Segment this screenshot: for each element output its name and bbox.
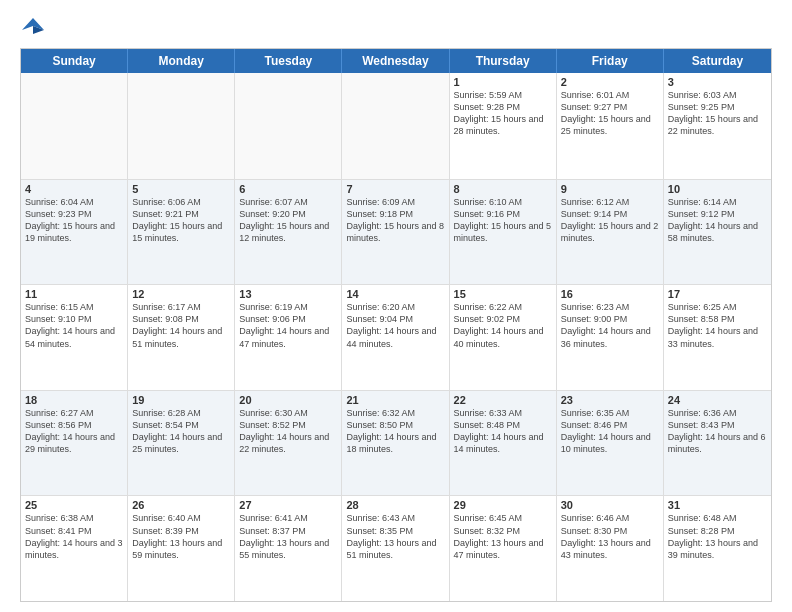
week-row: 4Sunrise: 6:04 AM Sunset: 9:23 PM Daylig… xyxy=(21,179,771,285)
day-info: Sunrise: 6:09 AM Sunset: 9:18 PM Dayligh… xyxy=(346,196,444,245)
day-cell: 2Sunrise: 6:01 AM Sunset: 9:27 PM Daylig… xyxy=(557,73,664,179)
day-info: Sunrise: 6:01 AM Sunset: 9:27 PM Dayligh… xyxy=(561,89,659,138)
day-info: Sunrise: 6:07 AM Sunset: 9:20 PM Dayligh… xyxy=(239,196,337,245)
day-cell: 4Sunrise: 6:04 AM Sunset: 9:23 PM Daylig… xyxy=(21,180,128,285)
day-info: Sunrise: 6:04 AM Sunset: 9:23 PM Dayligh… xyxy=(25,196,123,245)
day-info: Sunrise: 6:43 AM Sunset: 8:35 PM Dayligh… xyxy=(346,512,444,561)
day-cell xyxy=(21,73,128,179)
day-info: Sunrise: 6:46 AM Sunset: 8:30 PM Dayligh… xyxy=(561,512,659,561)
day-number: 13 xyxy=(239,288,337,300)
day-cell: 10Sunrise: 6:14 AM Sunset: 9:12 PM Dayli… xyxy=(664,180,771,285)
day-number: 10 xyxy=(668,183,767,195)
day-info: Sunrise: 6:48 AM Sunset: 8:28 PM Dayligh… xyxy=(668,512,767,561)
day-cell: 21Sunrise: 6:32 AM Sunset: 8:50 PM Dayli… xyxy=(342,391,449,496)
day-cell: 23Sunrise: 6:35 AM Sunset: 8:46 PM Dayli… xyxy=(557,391,664,496)
day-number: 11 xyxy=(25,288,123,300)
day-info: Sunrise: 6:40 AM Sunset: 8:39 PM Dayligh… xyxy=(132,512,230,561)
day-number: 18 xyxy=(25,394,123,406)
day-cell: 24Sunrise: 6:36 AM Sunset: 8:43 PM Dayli… xyxy=(664,391,771,496)
day-cell xyxy=(128,73,235,179)
day-cell: 17Sunrise: 6:25 AM Sunset: 8:58 PM Dayli… xyxy=(664,285,771,390)
calendar: SundayMondayTuesdayWednesdayThursdayFrid… xyxy=(20,48,772,602)
day-number: 12 xyxy=(132,288,230,300)
day-number: 14 xyxy=(346,288,444,300)
day-cell: 19Sunrise: 6:28 AM Sunset: 8:54 PM Dayli… xyxy=(128,391,235,496)
day-number: 3 xyxy=(668,76,767,88)
week-row: 18Sunrise: 6:27 AM Sunset: 8:56 PM Dayli… xyxy=(21,390,771,496)
day-number: 2 xyxy=(561,76,659,88)
calendar-grid: 1Sunrise: 5:59 AM Sunset: 9:28 PM Daylig… xyxy=(21,73,771,601)
header xyxy=(20,16,772,38)
day-number: 16 xyxy=(561,288,659,300)
day-number: 17 xyxy=(668,288,767,300)
day-info: Sunrise: 6:06 AM Sunset: 9:21 PM Dayligh… xyxy=(132,196,230,245)
day-info: Sunrise: 6:19 AM Sunset: 9:06 PM Dayligh… xyxy=(239,301,337,350)
day-info: Sunrise: 6:33 AM Sunset: 8:48 PM Dayligh… xyxy=(454,407,552,456)
day-number: 22 xyxy=(454,394,552,406)
day-number: 20 xyxy=(239,394,337,406)
day-cell: 22Sunrise: 6:33 AM Sunset: 8:48 PM Dayli… xyxy=(450,391,557,496)
day-headers: SundayMondayTuesdayWednesdayThursdayFrid… xyxy=(21,49,771,73)
day-number: 7 xyxy=(346,183,444,195)
day-info: Sunrise: 6:35 AM Sunset: 8:46 PM Dayligh… xyxy=(561,407,659,456)
day-number: 29 xyxy=(454,499,552,511)
logo-bird-icon xyxy=(22,16,44,38)
page: SundayMondayTuesdayWednesdayThursdayFrid… xyxy=(0,0,792,612)
day-cell: 16Sunrise: 6:23 AM Sunset: 9:00 PM Dayli… xyxy=(557,285,664,390)
day-header-friday: Friday xyxy=(557,49,664,73)
day-cell: 29Sunrise: 6:45 AM Sunset: 8:32 PM Dayli… xyxy=(450,496,557,601)
day-cell: 15Sunrise: 6:22 AM Sunset: 9:02 PM Dayli… xyxy=(450,285,557,390)
day-header-monday: Monday xyxy=(128,49,235,73)
day-cell: 5Sunrise: 6:06 AM Sunset: 9:21 PM Daylig… xyxy=(128,180,235,285)
day-cell: 9Sunrise: 6:12 AM Sunset: 9:14 PM Daylig… xyxy=(557,180,664,285)
day-info: Sunrise: 5:59 AM Sunset: 9:28 PM Dayligh… xyxy=(454,89,552,138)
day-info: Sunrise: 6:12 AM Sunset: 9:14 PM Dayligh… xyxy=(561,196,659,245)
day-cell: 13Sunrise: 6:19 AM Sunset: 9:06 PM Dayli… xyxy=(235,285,342,390)
day-number: 5 xyxy=(132,183,230,195)
day-number: 26 xyxy=(132,499,230,511)
day-cell xyxy=(235,73,342,179)
day-number: 31 xyxy=(668,499,767,511)
day-info: Sunrise: 6:38 AM Sunset: 8:41 PM Dayligh… xyxy=(25,512,123,561)
day-info: Sunrise: 6:41 AM Sunset: 8:37 PM Dayligh… xyxy=(239,512,337,561)
day-number: 28 xyxy=(346,499,444,511)
day-info: Sunrise: 6:27 AM Sunset: 8:56 PM Dayligh… xyxy=(25,407,123,456)
day-number: 23 xyxy=(561,394,659,406)
day-info: Sunrise: 6:17 AM Sunset: 9:08 PM Dayligh… xyxy=(132,301,230,350)
day-cell: 6Sunrise: 6:07 AM Sunset: 9:20 PM Daylig… xyxy=(235,180,342,285)
day-info: Sunrise: 6:14 AM Sunset: 9:12 PM Dayligh… xyxy=(668,196,767,245)
week-row: 11Sunrise: 6:15 AM Sunset: 9:10 PM Dayli… xyxy=(21,284,771,390)
day-number: 24 xyxy=(668,394,767,406)
day-info: Sunrise: 6:15 AM Sunset: 9:10 PM Dayligh… xyxy=(25,301,123,350)
day-cell: 12Sunrise: 6:17 AM Sunset: 9:08 PM Dayli… xyxy=(128,285,235,390)
day-info: Sunrise: 6:23 AM Sunset: 9:00 PM Dayligh… xyxy=(561,301,659,350)
day-number: 9 xyxy=(561,183,659,195)
day-info: Sunrise: 6:03 AM Sunset: 9:25 PM Dayligh… xyxy=(668,89,767,138)
logo xyxy=(20,16,44,38)
day-number: 21 xyxy=(346,394,444,406)
day-number: 30 xyxy=(561,499,659,511)
day-header-saturday: Saturday xyxy=(664,49,771,73)
day-number: 1 xyxy=(454,76,552,88)
day-cell: 31Sunrise: 6:48 AM Sunset: 8:28 PM Dayli… xyxy=(664,496,771,601)
day-cell: 11Sunrise: 6:15 AM Sunset: 9:10 PM Dayli… xyxy=(21,285,128,390)
day-info: Sunrise: 6:36 AM Sunset: 8:43 PM Dayligh… xyxy=(668,407,767,456)
day-cell: 26Sunrise: 6:40 AM Sunset: 8:39 PM Dayli… xyxy=(128,496,235,601)
day-cell xyxy=(342,73,449,179)
day-number: 4 xyxy=(25,183,123,195)
day-cell: 1Sunrise: 5:59 AM Sunset: 9:28 PM Daylig… xyxy=(450,73,557,179)
day-info: Sunrise: 6:32 AM Sunset: 8:50 PM Dayligh… xyxy=(346,407,444,456)
day-cell: 30Sunrise: 6:46 AM Sunset: 8:30 PM Dayli… xyxy=(557,496,664,601)
day-number: 19 xyxy=(132,394,230,406)
day-cell: 20Sunrise: 6:30 AM Sunset: 8:52 PM Dayli… xyxy=(235,391,342,496)
day-cell: 7Sunrise: 6:09 AM Sunset: 9:18 PM Daylig… xyxy=(342,180,449,285)
week-row: 25Sunrise: 6:38 AM Sunset: 8:41 PM Dayli… xyxy=(21,495,771,601)
day-header-tuesday: Tuesday xyxy=(235,49,342,73)
day-info: Sunrise: 6:20 AM Sunset: 9:04 PM Dayligh… xyxy=(346,301,444,350)
day-number: 6 xyxy=(239,183,337,195)
day-cell: 27Sunrise: 6:41 AM Sunset: 8:37 PM Dayli… xyxy=(235,496,342,601)
day-cell: 28Sunrise: 6:43 AM Sunset: 8:35 PM Dayli… xyxy=(342,496,449,601)
day-info: Sunrise: 6:25 AM Sunset: 8:58 PM Dayligh… xyxy=(668,301,767,350)
day-cell: 25Sunrise: 6:38 AM Sunset: 8:41 PM Dayli… xyxy=(21,496,128,601)
week-row: 1Sunrise: 5:59 AM Sunset: 9:28 PM Daylig… xyxy=(21,73,771,179)
